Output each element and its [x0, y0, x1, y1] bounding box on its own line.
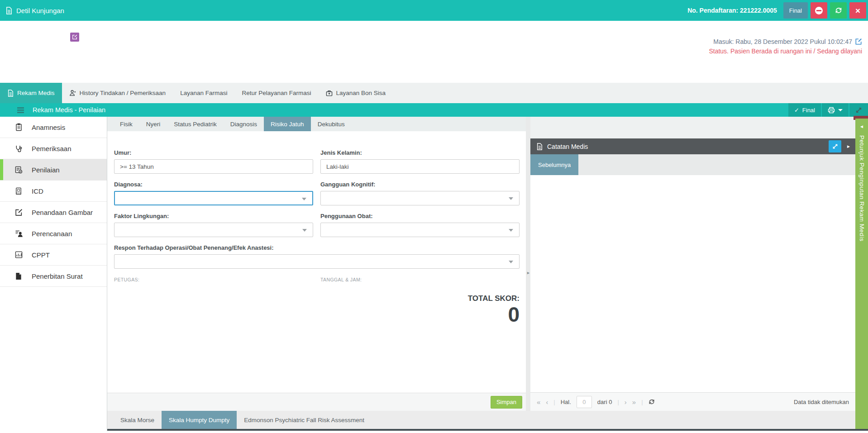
penggunaan-obat-select[interactable] — [320, 223, 520, 237]
gangguan-kognitif-label: Gangguan Kognitif: — [320, 181, 520, 188]
final-button-top[interactable]: Final — [783, 2, 808, 19]
sidebar-item-perencanaan[interactable]: Perencanaan — [0, 223, 107, 244]
diagnosa-label: Diagnosa: — [114, 181, 313, 188]
tab-status-pediatrik[interactable]: Status Pediatrik — [167, 117, 224, 131]
field-penggunaan-obat: Penggunaan Obat: — [320, 213, 520, 237]
detil-kunjungan-window: Detil Kunjungan No. Pendaftaran: 221222.… — [0, 0, 868, 433]
save-button[interactable]: Simpan — [491, 396, 522, 409]
edit-masuk-icon[interactable] — [855, 38, 862, 45]
tab-diagnosis[interactable]: Diagnosis — [224, 117, 264, 131]
jenis-kelamin-input[interactable] — [320, 159, 520, 174]
refresh-button[interactable] — [830, 2, 847, 19]
total-skor-block: TOTAL SKOR: 0 — [114, 294, 520, 326]
pencil-square-icon — [14, 209, 23, 216]
help-strip-label: Petunjuk Penginputan Rekam Medis — [858, 135, 865, 241]
field-faktor-lingkungan: Faktor Lingkungan: — [114, 213, 313, 237]
stethoscope-icon — [14, 145, 23, 152]
clipboard-check-icon — [14, 166, 23, 174]
respon-operasi-select[interactable] — [114, 254, 520, 269]
hal-label: Hal. — [561, 399, 571, 405]
tab-retur-pelayanan-farmasi[interactable]: Retur Pelayanan Farmasi — [234, 83, 318, 103]
total-skor-label: TOTAL SKOR: — [114, 294, 520, 303]
respon-operasi-label: Respon Terhadap Operasi/Obat Penenang/Ef… — [114, 244, 520, 251]
tab-layanan-bon-sisa[interactable]: Layanan Bon Sisa — [319, 83, 393, 103]
menu-icon[interactable] — [17, 107, 24, 113]
chart-icon — [14, 251, 23, 258]
close-button[interactable]: × — [849, 2, 866, 19]
sidebar-item-icd[interactable]: ICD — [0, 181, 107, 202]
tab-sebelumnya[interactable]: Sebelumnya — [530, 154, 578, 175]
field-diagnosa: Diagnosa: — [114, 181, 313, 205]
person-list-icon — [14, 230, 23, 237]
sidebar-item-penandaan-gambar[interactable]: Penandaan Gambar — [0, 202, 107, 223]
catatan-medis-panel: Catatan Medis ► Sebelumnya « ‹ | H — [530, 138, 855, 411]
catatan-medis-pagination: « ‹ | Hal. dari 0 | › » | Data tidak dit… — [530, 392, 855, 411]
sidebar-item-cppt[interactable]: CPPT — [0, 244, 107, 266]
minus-circle-icon — [815, 7, 823, 14]
dari-label: dari 0 — [597, 399, 612, 405]
sidebar-item-penerbitan-surat[interactable]: Penerbitan Surat — [0, 266, 107, 287]
umur-input[interactable] — [114, 159, 313, 174]
prev-page-icon[interactable]: ‹ — [546, 398, 548, 406]
faktor-lingkungan-select[interactable] — [114, 223, 313, 237]
app-bar-title-group: Detil Kunjungan — [5, 7, 64, 14]
tab-fisik[interactable]: Fisik — [113, 117, 139, 131]
fullscreen-button[interactable] — [849, 103, 868, 117]
help-strip[interactable]: ◄ Petunjuk Penginputan Rekam Medis — [855, 119, 868, 429]
person-icon — [69, 90, 76, 96]
printer-icon — [828, 107, 835, 114]
chevron-down-icon — [838, 109, 843, 111]
app-bar: Detil Kunjungan No. Pendaftaran: 221222.… — [0, 0, 868, 21]
document-icon — [7, 90, 14, 97]
tab-layanan-farmasi[interactable]: Layanan Farmasi — [173, 83, 234, 103]
chevron-left-icon: ◄ — [859, 124, 864, 129]
book-icon — [14, 187, 23, 195]
registration-number: No. Pendaftaran: 221222.0005 — [687, 7, 777, 14]
empty-result-text: Data tidak ditemukan — [794, 399, 849, 405]
tab-skala-humpty-dumpty[interactable]: Skala Humpty Dumpty — [162, 411, 237, 429]
final-button-section[interactable]: ✓ Final — [788, 103, 821, 117]
pencil-square-icon — [72, 34, 77, 40]
collapse-handle-icon[interactable]: ► — [526, 271, 530, 275]
block-button[interactable] — [811, 2, 827, 19]
umur-label: Umur: — [114, 149, 313, 156]
sidebar-item-pemeriksaan[interactable]: Pemeriksaan — [0, 138, 107, 159]
next-page-icon[interactable]: › — [625, 398, 627, 406]
clipboard-icon — [14, 123, 23, 131]
main-tab-bar: Rekam Medis History Tindakan / Pemeriksa… — [0, 83, 868, 103]
sidebar: Anamnesis Pemeriksaan Penilaian — [0, 117, 107, 431]
last-page-icon[interactable]: » — [632, 398, 636, 406]
section-title: Rekam Medis - Penilaian — [33, 106, 105, 114]
edit-patient-button[interactable] — [70, 33, 79, 42]
tab-edmonson[interactable]: Edmonson Psychiatric Fall Risk Assessmen… — [237, 411, 372, 429]
diagnosa-select[interactable] — [114, 191, 313, 205]
expand-icon — [855, 107, 862, 114]
tab-risiko-jatuh[interactable]: Risiko Jatuh — [264, 117, 311, 131]
expand-panel-button[interactable] — [829, 140, 841, 152]
print-button[interactable] — [822, 103, 849, 117]
gangguan-kognitif-select[interactable] — [320, 191, 520, 205]
jenis-kelamin-label: Jenis Kelamin: — [320, 149, 520, 156]
check-icon: ✓ — [794, 107, 799, 114]
tab-dekubitus[interactable]: Dekubitus — [311, 117, 352, 131]
catatan-medis-tabs: Sebelumnya — [530, 154, 855, 175]
refresh-icon — [835, 7, 842, 14]
field-respon-operasi: Respon Terhadap Operasi/Obat Penenang/Ef… — [114, 244, 520, 269]
catatan-medis-header: Catatan Medis ► — [530, 138, 855, 154]
first-page-icon[interactable]: « — [537, 398, 540, 406]
sidebar-item-anamnesis[interactable]: Anamnesis — [0, 117, 107, 138]
window-title: Detil Kunjungan — [16, 7, 64, 14]
tab-history-tindakan[interactable]: History Tindakan / Pemeriksaan — [62, 83, 173, 103]
refresh-list-icon[interactable] — [649, 399, 655, 405]
faktor-lingkungan-label: Faktor Lingkungan: — [114, 213, 313, 219]
tab-nyeri[interactable]: Nyeri — [139, 117, 167, 131]
catatan-medis-body — [530, 175, 855, 392]
close-icon: × — [855, 6, 860, 15]
total-skor-value: 0 — [114, 303, 520, 326]
collapse-panel-icon[interactable]: ► — [846, 144, 851, 149]
document-icon — [5, 7, 12, 14]
sidebar-item-penilaian[interactable]: Penilaian — [0, 159, 107, 181]
page-number-input[interactable] — [577, 396, 592, 408]
tab-rekam-medis[interactable]: Rekam Medis — [0, 83, 62, 103]
tab-skala-morse[interactable]: Skala Morse — [113, 411, 162, 429]
